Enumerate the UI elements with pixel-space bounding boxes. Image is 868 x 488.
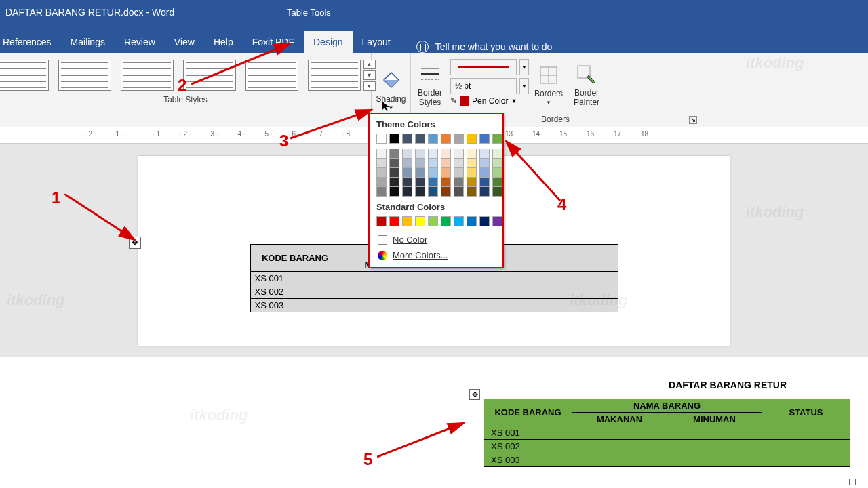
color-swatch[interactable]: [467, 216, 477, 226]
color-swatch[interactable]: [376, 187, 387, 197]
color-swatch[interactable]: [454, 149, 464, 159]
color-swatch[interactable]: [441, 178, 451, 187]
color-swatch[interactable]: [415, 149, 425, 159]
th-status[interactable]: [530, 245, 618, 272]
table-style-swatch[interactable]: [183, 60, 236, 91]
color-swatch[interactable]: [454, 187, 464, 197]
table-style-swatch[interactable]: [121, 60, 174, 91]
th-nama[interactable]: NAMA BARANG: [572, 399, 762, 413]
color-swatch[interactable]: [415, 134, 425, 144]
color-swatch[interactable]: [389, 149, 399, 159]
color-swatch[interactable]: [376, 134, 387, 144]
cell[interactable]: [667, 453, 762, 467]
more-colors-item[interactable]: More Colors...: [376, 247, 496, 263]
color-swatch[interactable]: [402, 187, 412, 197]
color-swatch[interactable]: [479, 159, 490, 168]
color-swatch[interactable]: [467, 187, 477, 197]
color-swatch[interactable]: [467, 168, 477, 178]
cell[interactable]: [530, 272, 618, 285]
color-swatch[interactable]: [441, 168, 451, 178]
tab-view[interactable]: View: [165, 31, 204, 53]
color-swatch[interactable]: [376, 159, 387, 168]
color-swatch[interactable]: [441, 134, 451, 144]
color-swatch[interactable]: [389, 134, 399, 144]
color-swatch[interactable]: [376, 178, 387, 187]
color-swatch[interactable]: [415, 159, 425, 168]
color-swatch[interactable]: [376, 168, 387, 178]
cell[interactable]: XS 003: [250, 299, 340, 312]
color-swatch[interactable]: [454, 134, 464, 144]
color-swatch[interactable]: [415, 187, 425, 197]
cell[interactable]: XS 002: [484, 440, 572, 453]
th-kode[interactable]: KODE BARANG: [484, 399, 572, 426]
color-swatch[interactable]: [454, 216, 464, 226]
cell[interactable]: XS 003: [484, 453, 572, 467]
color-swatch[interactable]: [492, 216, 502, 226]
color-swatch[interactable]: [389, 187, 399, 197]
cell[interactable]: [667, 440, 762, 453]
color-swatch[interactable]: [479, 168, 490, 178]
color-swatch[interactable]: [479, 134, 490, 144]
borders-button[interactable]: Borders ▼: [529, 54, 568, 115]
tab-mailings[interactable]: Mailings: [61, 31, 115, 53]
color-swatch[interactable]: [441, 187, 451, 197]
th-status[interactable]: STATUS: [762, 399, 850, 426]
tab-review[interactable]: Review: [115, 31, 165, 53]
cell[interactable]: XS 002: [250, 285, 340, 299]
cell[interactable]: [530, 299, 618, 312]
color-swatch[interactable]: [479, 178, 490, 187]
color-swatch[interactable]: [389, 159, 399, 168]
color-swatch[interactable]: [415, 178, 425, 187]
color-swatch[interactable]: [428, 159, 438, 168]
cell[interactable]: [667, 426, 762, 440]
preview-resize-handle[interactable]: [849, 479, 856, 485]
color-swatch[interactable]: [428, 134, 438, 144]
cell[interactable]: [435, 285, 530, 299]
dialog-launcher-icon[interactable]: ↘: [689, 116, 697, 124]
no-color-item[interactable]: No Color: [376, 232, 496, 247]
cell[interactable]: [572, 453, 667, 467]
cell[interactable]: XS 001: [484, 426, 572, 440]
color-swatch[interactable]: [376, 216, 387, 226]
cell[interactable]: [340, 272, 435, 285]
table-style-swatch[interactable]: [245, 60, 298, 91]
color-swatch[interactable]: [428, 187, 438, 197]
color-swatch[interactable]: [492, 149, 502, 159]
preview-table[interactable]: KODE BARANG NAMA BARANG STATUS MAKANAN M…: [484, 399, 850, 467]
table-resize-handle[interactable]: [650, 319, 656, 325]
color-swatch[interactable]: [467, 159, 477, 168]
color-swatch[interactable]: [415, 168, 425, 178]
color-swatch[interactable]: [402, 149, 412, 159]
color-swatch[interactable]: [402, 168, 412, 178]
cell[interactable]: [572, 426, 667, 440]
tab-layout[interactable]: Layout: [353, 31, 400, 53]
table-style-swatch[interactable]: [0, 60, 49, 91]
color-swatch[interactable]: [454, 159, 464, 168]
table-move-handle[interactable]: ✥: [129, 237, 141, 249]
color-swatch[interactable]: [479, 216, 490, 226]
color-swatch[interactable]: [454, 168, 464, 178]
color-swatch[interactable]: [428, 149, 438, 159]
tab-foxit[interactable]: Foxit PDF: [243, 31, 304, 53]
cell[interactable]: [762, 426, 850, 440]
cell[interactable]: [435, 299, 530, 312]
tab-help[interactable]: Help: [204, 31, 243, 53]
color-swatch[interactable]: [467, 178, 477, 187]
th-makanan[interactable]: MAKANAN: [572, 413, 667, 426]
th-kode[interactable]: KODE BARANG: [250, 245, 340, 272]
color-swatch[interactable]: [492, 159, 502, 168]
color-swatch[interactable]: [479, 149, 490, 159]
cell[interactable]: [340, 299, 435, 312]
color-swatch[interactable]: [428, 178, 438, 187]
pen-color-selector[interactable]: ✎ Pen Color ▼: [450, 96, 517, 106]
color-swatch[interactable]: [428, 216, 438, 226]
cell[interactable]: [572, 440, 667, 453]
color-swatch[interactable]: [441, 149, 451, 159]
border-weight-selector[interactable]: ½ pt▼: [448, 77, 529, 95]
th-minuman[interactable]: MINUMAN: [667, 413, 762, 426]
cell[interactable]: XS 001: [250, 272, 340, 285]
color-swatch[interactable]: [376, 149, 387, 159]
cell[interactable]: [530, 285, 618, 299]
cell[interactable]: [340, 285, 435, 299]
color-swatch[interactable]: [402, 216, 412, 226]
